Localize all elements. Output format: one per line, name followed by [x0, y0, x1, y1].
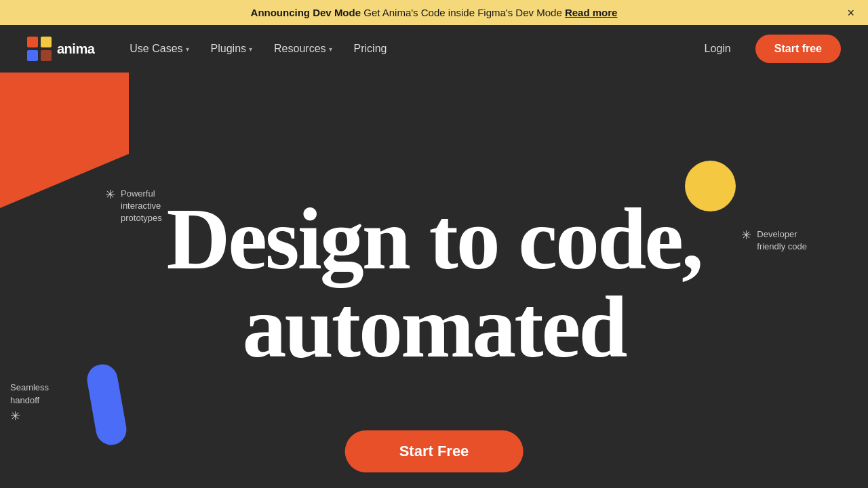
banner-text: Announcing Dev Mode Get Anima's Code ins… — [251, 7, 618, 18]
nav-item-pricing[interactable]: Pricing — [346, 37, 395, 60]
navbar: anima Use Cases ▾ Plugins ▾ Resources ▾ … — [0, 25, 868, 73]
chevron-down-icon: ▾ — [186, 45, 189, 53]
banner-message: Get Anima's Code inside Figma's Dev Mode — [361, 7, 565, 18]
announcement-banner: Announcing Dev Mode Get Anima's Code ins… — [0, 0, 868, 25]
login-button[interactable]: Login — [694, 37, 742, 60]
logo-icon — [27, 37, 52, 61]
navbar-right: Login Start free — [694, 35, 841, 63]
nav-item-use-cases[interactable]: Use Cases ▾ — [121, 37, 197, 60]
nav-item-resources[interactable]: Resources ▾ — [266, 37, 340, 60]
hero-heading: Design to code, automated — [0, 195, 868, 371]
nav-resources-label: Resources — [274, 43, 326, 55]
svg-rect-2 — [27, 50, 38, 61]
nav-use-cases-label: Use Cases — [130, 43, 182, 55]
navbar-left: anima Use Cases ▾ Plugins ▾ Resources ▾ … — [27, 37, 395, 61]
handoff-label-row: ✳ — [10, 409, 20, 425]
hero-heading-line1: Design to code, — [0, 195, 868, 283]
cta-container: Start Free — [345, 430, 524, 472]
nav-links: Use Cases ▾ Plugins ▾ Resources ▾ Pricin… — [121, 37, 395, 60]
banner-read-more-link[interactable]: Read more — [565, 7, 618, 18]
chevron-down-icon: ▾ — [249, 45, 252, 53]
chevron-down-icon: ▾ — [329, 45, 332, 53]
handoff-label-text: Seamlesshandoff — [10, 382, 49, 406]
start-free-nav-button[interactable]: Start free — [755, 35, 841, 63]
svg-rect-1 — [41, 37, 52, 47]
hero-heading-line2: automated — [0, 283, 868, 371]
banner-close-button[interactable]: × — [847, 7, 854, 19]
nav-plugins-label: Plugins — [211, 43, 246, 55]
feature-label-handoff: Seamlesshandoff ✳ — [10, 382, 49, 425]
hero-section: ✳ Powerfulinteractiveprototypes ✳ Develo… — [0, 73, 868, 486]
svg-rect-3 — [41, 50, 52, 61]
nav-pricing-label: Pricing — [354, 43, 387, 55]
logo[interactable]: anima — [27, 37, 94, 61]
hero-start-free-button[interactable]: Start Free — [345, 430, 524, 472]
logo-text: anima — [57, 41, 94, 57]
decorative-blue-pill — [85, 362, 129, 447]
svg-rect-0 — [27, 37, 38, 47]
asterisk-icon: ✳ — [10, 408, 20, 425]
banner-bold-text: Announcing Dev Mode — [251, 7, 361, 18]
nav-item-plugins[interactable]: Plugins ▾ — [203, 37, 260, 60]
hero-headline: Design to code, automated — [0, 195, 868, 371]
